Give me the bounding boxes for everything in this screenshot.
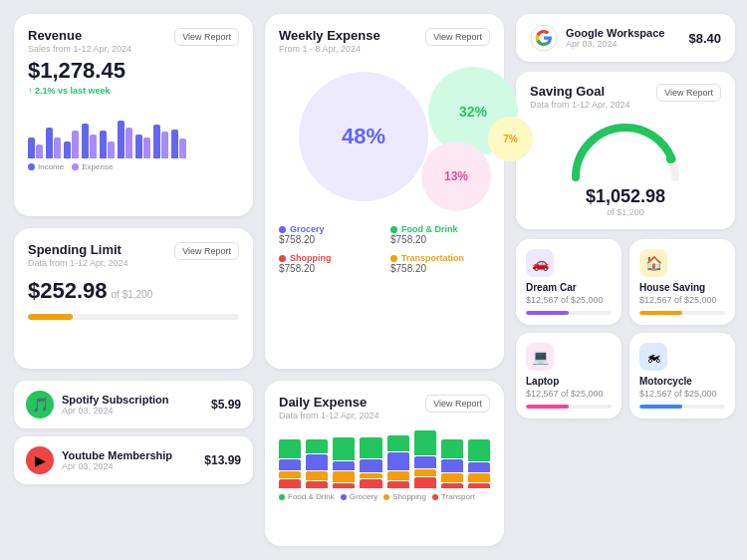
revenue-title: Revenue: [28, 28, 131, 43]
daily-title: Daily Expense: [279, 395, 379, 410]
daily-bar-grocery: [468, 462, 490, 472]
expense-item: Transportation $758.20: [390, 253, 490, 274]
goals-grid: 🚗 Dream Car $12,567 of $25,000 🏠 House S…: [516, 239, 735, 419]
bar-group: [135, 135, 150, 159]
bar-group: [118, 121, 132, 159]
daily-bar-food: [306, 439, 328, 453]
expense-item: Grocery $758.20: [279, 224, 378, 245]
goal-bar-fill: [639, 405, 682, 409]
goal-bar-fill: [639, 311, 682, 315]
goal-name: House Saving: [639, 282, 725, 293]
spending-view-report[interactable]: View Report: [174, 242, 239, 260]
daily-bar-shopping: [279, 471, 301, 478]
daily-bar-food: [333, 437, 355, 460]
saving-view-report[interactable]: View Report: [656, 84, 721, 102]
daily-bar-grocery: [279, 459, 301, 470]
daily-bar-group: [468, 439, 490, 488]
expense-amount: $758.20: [279, 234, 378, 245]
goal-name: Laptop: [526, 376, 612, 387]
goal-amount: $12,567 of $25,000: [526, 389, 612, 399]
goal-card: 🏠 House Saving $12,567 of $25,000: [629, 239, 735, 325]
daily-bar-grocery: [306, 454, 328, 470]
daily-bar-grocery: [441, 459, 463, 473]
daily-bar-food: [414, 430, 436, 455]
bar-group: [64, 131, 79, 158]
daily-bar-group: [360, 437, 381, 488]
daily-bar-transport: [360, 479, 381, 488]
weekly-view-report[interactable]: View Report: [425, 28, 490, 46]
bar-group: [46, 128, 61, 159]
revenue-view-report[interactable]: View Report: [174, 28, 239, 46]
bar-group: [153, 125, 168, 158]
bar-group: [100, 131, 115, 158]
weekly-subtitle: From 1 - 8 Apr, 2024: [279, 44, 380, 54]
revenue-card: Revenue Sales from 1-12 Apr, 2024 View R…: [14, 14, 253, 216]
weekly-expense-card: Weekly Expense From 1 - 8 Apr, 2024 View…: [265, 14, 504, 369]
svg-point-1: [666, 155, 674, 163]
sub-date: Apr 03, 2024: [62, 406, 169, 416]
daily-bar-grocery: [414, 456, 436, 467]
bubble: 13%: [421, 141, 491, 211]
saving-goal-card: Saving Goal Data from 1-12 Apr, 2024 Vie…: [516, 72, 735, 229]
gworkspace-date: Apr 03, 2024: [566, 39, 664, 49]
daily-bar-food: [468, 439, 490, 461]
gworkspace-amount: $8.40: [688, 31, 721, 46]
expense-amount: $758.20: [390, 234, 490, 245]
goal-card: 🏍 Motorcycle $12,567 of $25,000: [629, 333, 735, 419]
sub-left: ▶ Youtube Membership Apr 03, 2024: [26, 446, 172, 474]
bubble-chart: 48%32%13%7%: [279, 62, 490, 216]
sub-amount: $5.99: [211, 398, 241, 412]
subscription-item: ▶ Youtube Membership Apr 03, 2024 $13.99: [14, 436, 253, 484]
expense-label: Grocery: [290, 224, 325, 234]
daily-bar-shopping: [468, 473, 490, 481]
goal-bar-fill: [526, 311, 569, 315]
daily-bar-transport: [414, 477, 436, 488]
daily-expense-card: Daily Expense Data from 1-12 Apr, 2024 V…: [265, 381, 504, 546]
daily-bar-shopping: [306, 471, 328, 480]
daily-bar-food: [360, 437, 381, 458]
daily-bar-shopping: [414, 469, 436, 476]
daily-bar-grocery: [387, 452, 409, 470]
daily-view-report[interactable]: View Report: [425, 395, 490, 413]
daily-bar-group: [306, 439, 328, 488]
bar-group: [28, 138, 43, 158]
legend-item: Expense: [72, 162, 113, 171]
sub-left: 🎵 Spotify Subscription Apr 03, 2024: [26, 391, 169, 419]
daily-bar-chart: [279, 428, 490, 488]
bar-group: [82, 124, 97, 158]
saving-title: Saving Goal: [530, 84, 630, 99]
sub-name: Youtube Membership: [62, 449, 172, 461]
subscription-item: 🎵 Spotify Subscription Apr 03, 2024 $5.9…: [14, 381, 253, 428]
google-icon: [530, 24, 558, 52]
daily-subtitle: Data from 1-12 Apr, 2024: [279, 411, 379, 420]
saving-gauge: [566, 118, 685, 182]
expense-item: Food & Drink $758.20: [390, 224, 490, 245]
daily-bar-shopping: [360, 473, 381, 478]
saving-amount: $1,052.98: [530, 186, 721, 207]
daily-bar-shopping: [387, 471, 409, 480]
daily-bar-grocery: [360, 459, 381, 473]
expense-label: Food & Drink: [401, 224, 458, 234]
expense-item: Shopping $758.20: [279, 253, 378, 274]
bar-group: [171, 130, 186, 158]
goal-amount: $12,567 of $25,000: [639, 295, 725, 305]
daily-bar-transport: [306, 481, 328, 488]
daily-bar-food: [279, 439, 301, 457]
daily-legend-item: Shopping: [383, 492, 426, 501]
goal-icon: 🏠: [639, 249, 667, 277]
goal-bar-fill: [526, 405, 569, 409]
daily-bar-group: [414, 430, 436, 488]
spending-subtitle: Data from 1-12 Apr, 2024: [28, 258, 128, 268]
sub-amount: $13.99: [204, 453, 241, 467]
revenue-amount: $1,278.45: [28, 58, 239, 84]
gworkspace-card: Google Workspace Apr 03, 2024 $8.40: [516, 14, 735, 62]
sub-name: Spotify Subscription: [62, 394, 169, 406]
daily-bar-transport: [468, 483, 490, 489]
goal-progress-bar: [526, 311, 612, 315]
expense-amount: $758.20: [390, 263, 490, 274]
subscription-section: 🎵 Spotify Subscription Apr 03, 2024 $5.9…: [14, 381, 253, 546]
daily-legend-item: Food & Drink: [279, 492, 335, 501]
gworkspace-left: Google Workspace Apr 03, 2024: [530, 24, 664, 52]
sub-date: Apr 03, 2024: [62, 461, 172, 471]
spending-of: of $1,200: [112, 289, 153, 300]
